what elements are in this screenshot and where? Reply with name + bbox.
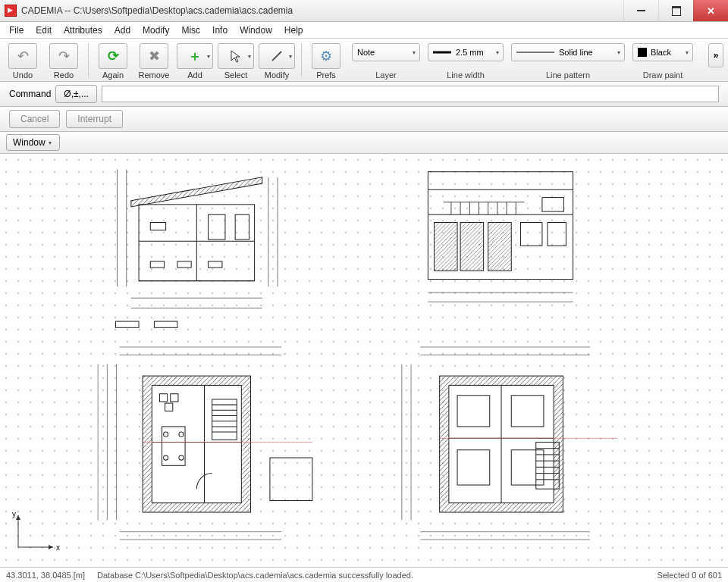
- layer-label: Layer: [375, 70, 397, 80]
- toolbar-separator: [301, 43, 302, 77]
- axis-y-label: y: [12, 510, 16, 518]
- status-coords: 43.3011, 38.0485 [m]: [6, 571, 85, 580]
- menu-info[interactable]: Info: [206, 23, 234, 37]
- drawpaint-label: Draw paint: [643, 70, 683, 80]
- svg-rect-12: [209, 261, 222, 268]
- svg-rect-34: [460, 222, 484, 271]
- redo-icon: ↷: [58, 48, 70, 64]
- linepattern-value: Solid line: [559, 48, 593, 57]
- svg-marker-95: [16, 515, 20, 520]
- window-title: CADEMIA -- C:\Users\Softpedia\Desktop\ac…: [21, 5, 293, 16]
- svg-rect-32: [542, 198, 563, 212]
- cursor-icon: [230, 49, 242, 63]
- select-button[interactable]: [218, 43, 254, 69]
- command-label: Command: [9, 89, 51, 99]
- svg-rect-36: [520, 222, 541, 246]
- layer-value: Note: [357, 48, 375, 57]
- svg-rect-7: [150, 222, 165, 230]
- svg-rect-41: [154, 321, 177, 327]
- menu-misc[interactable]: Misc: [175, 23, 206, 37]
- remove-icon: ✖: [149, 48, 160, 64]
- cad-drawing: [0, 154, 728, 567]
- menu-edit[interactable]: Edit: [30, 23, 58, 37]
- menu-add[interactable]: Add: [108, 23, 136, 37]
- svg-rect-40: [116, 321, 140, 327]
- close-button[interactable]: [693, 0, 728, 21]
- action-bar: Cancel Interrupt: [0, 107, 728, 132]
- toolbar-overflow-button[interactable]: »: [708, 43, 723, 67]
- svg-rect-33: [435, 222, 458, 271]
- svg-rect-9: [235, 214, 249, 239]
- minimize-button[interactable]: [623, 0, 658, 21]
- svg-rect-11: [177, 261, 191, 268]
- status-bar: 43.3011, 38.0485 [m] Database C:\Users\S…: [0, 567, 728, 582]
- linepattern-combo[interactable]: Solid line: [511, 43, 625, 61]
- svg-line-0: [272, 52, 281, 61]
- prefs-label: Prefs: [316, 70, 336, 80]
- svg-rect-37: [548, 222, 566, 246]
- menubar: File Edit Attributes Add Modify Misc Inf…: [0, 22, 728, 39]
- linepattern-preview-icon: [516, 49, 554, 55]
- maximize-button[interactable]: [658, 0, 693, 21]
- axis-x-label: x: [56, 543, 60, 552]
- app-icon: [5, 5, 17, 17]
- prefs-button[interactable]: ⚙: [312, 43, 340, 69]
- cancel-button[interactable]: Cancel: [9, 110, 60, 128]
- refresh-icon: ⟳: [108, 48, 119, 64]
- special-chars-button[interactable]: Ø,±,...: [55, 85, 97, 103]
- svg-rect-10: [150, 261, 164, 268]
- undo-icon: ↶: [17, 48, 29, 64]
- command-input[interactable]: [102, 86, 719, 102]
- svg-marker-93: [49, 545, 53, 549]
- gear-icon: ⚙: [320, 48, 332, 64]
- plus-icon: ＋: [188, 47, 202, 65]
- linewidth-combo[interactable]: 2.5 mm: [428, 43, 504, 61]
- color-swatch-icon: [638, 48, 647, 57]
- menu-help[interactable]: Help: [278, 23, 309, 37]
- svg-rect-8: [209, 214, 225, 239]
- titlebar: CADEMIA -- C:\Users\Softpedia\Desktop\ac…: [0, 0, 728, 22]
- command-bar: Command Ø,±,...: [0, 82, 728, 107]
- drawpaint-value: Black: [651, 48, 671, 57]
- axis-indicator: x y: [9, 511, 62, 558]
- undo-label: Undo: [13, 70, 33, 80]
- menu-file[interactable]: File: [3, 23, 30, 37]
- undo-button[interactable]: ↶: [8, 43, 37, 69]
- linewidth-value: 2.5 mm: [456, 48, 484, 57]
- add-button[interactable]: ＋: [177, 43, 213, 69]
- linewidth-label: Line width: [447, 70, 485, 80]
- svg-marker-3: [131, 177, 262, 207]
- window-tab[interactable]: Window: [6, 134, 60, 151]
- modify-label: Modify: [265, 70, 289, 80]
- svg-rect-68: [270, 458, 312, 501]
- again-label: Again: [102, 70, 124, 80]
- redo-label: Redo: [54, 70, 74, 80]
- toolbar-separator: [88, 43, 89, 77]
- layer-combo[interactable]: Note: [352, 43, 420, 61]
- menu-attributes[interactable]: Attributes: [58, 23, 108, 37]
- drawing-canvas[interactable]: x y: [0, 154, 728, 567]
- remove-label: Remove: [139, 70, 170, 80]
- select-label: Select: [224, 70, 248, 80]
- modify-button[interactable]: [259, 43, 295, 69]
- toolbar: ↶ Undo ↷ Redo ⟳ Again ✖ Remove ＋ Add Sel…: [0, 39, 728, 82]
- drawpaint-combo[interactable]: Black: [632, 43, 693, 61]
- linepattern-label: Line pattern: [546, 70, 590, 80]
- tab-bar: Window: [0, 132, 728, 154]
- menu-modify[interactable]: Modify: [136, 23, 175, 37]
- status-selection: Selected 0 of 601: [657, 571, 722, 580]
- remove-button[interactable]: ✖: [140, 43, 168, 69]
- status-message: Database C:\Users\Softpedia\Desktop\acs.…: [97, 571, 657, 580]
- pencil-icon: [270, 49, 284, 63]
- again-button[interactable]: ⟳: [99, 43, 127, 69]
- svg-rect-35: [488, 222, 512, 271]
- interrupt-button[interactable]: Interrupt: [66, 110, 123, 128]
- linewidth-preview-icon: [433, 49, 451, 55]
- add-label: Add: [187, 70, 202, 80]
- window-tab-label: Window: [13, 137, 46, 148]
- redo-button[interactable]: ↷: [49, 43, 78, 69]
- menu-window[interactable]: Window: [234, 23, 278, 37]
